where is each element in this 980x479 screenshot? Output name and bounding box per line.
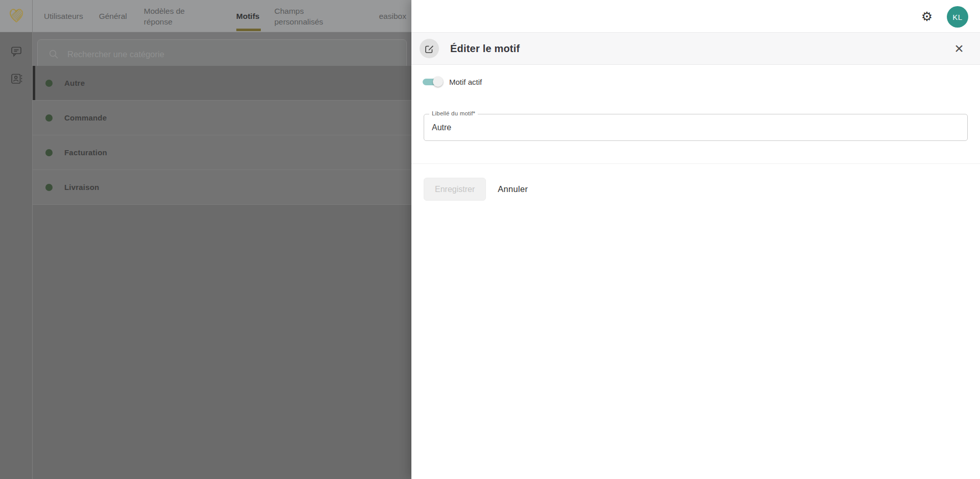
edit-pencil-icon [425, 44, 434, 54]
toggle-thumb [433, 77, 443, 87]
drawer-header: Éditer le motif × [411, 32, 980, 65]
edit-badge [420, 39, 439, 58]
libelle-field-wrapper: Libellé du motif* [424, 114, 968, 141]
drawer-actions: Enregistrer Annuler [424, 178, 980, 201]
libelle-field-label: Libellé du motif* [429, 110, 478, 116]
drawer-divider [411, 163, 980, 164]
motif-actif-toggle[interactable] [423, 77, 441, 87]
cancel-button[interactable]: Annuler [498, 184, 528, 194]
settings-gear-icon[interactable]: ⚙ [920, 10, 934, 24]
motif-actif-row: Motif actif [423, 76, 980, 87]
libelle-input[interactable] [424, 114, 967, 140]
drawer-topbar: ⚙ KL [411, 0, 980, 32]
drawer-title: Éditer le motif [450, 43, 520, 55]
save-button[interactable]: Enregistrer [424, 178, 486, 201]
toggle-label: Motif actif [449, 78, 482, 86]
close-icon[interactable]: × [950, 40, 968, 57]
user-avatar[interactable]: KL [947, 6, 968, 28]
edit-motif-drawer: ⚙ KL Éditer le motif × Motif actif Libel… [411, 0, 980, 479]
